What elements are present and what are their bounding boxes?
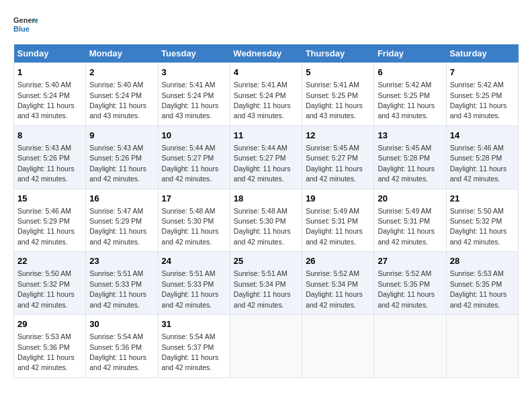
day-number: 18	[234, 193, 298, 205]
day-info: Sunrise: 5:50 AMSunset: 5:32 PMDaylight:…	[17, 269, 75, 308]
column-header-tuesday: Tuesday	[158, 44, 230, 63]
day-number: 11	[234, 130, 298, 142]
day-info: Sunrise: 5:53 AMSunset: 5:35 PMDaylight:…	[450, 269, 507, 308]
day-cell: 16 Sunrise: 5:47 AMSunset: 5:29 PMDaylig…	[86, 189, 158, 252]
day-cell: 9 Sunrise: 5:43 AMSunset: 5:26 PMDayligh…	[86, 126, 158, 189]
day-number: 26	[306, 255, 370, 267]
day-cell	[230, 315, 302, 378]
page-header: General Blue	[13, 13, 519, 38]
day-number: 1	[17, 66, 82, 79]
day-number: 16	[89, 193, 154, 205]
day-number: 25	[234, 255, 298, 267]
week-row-2: 8 Sunrise: 5:43 AMSunset: 5:26 PMDayligh…	[14, 126, 519, 189]
day-info: Sunrise: 5:51 AMSunset: 5:33 PMDaylight:…	[89, 269, 146, 308]
logo: General Blue	[13, 13, 38, 38]
day-info: Sunrise: 5:41 AMSunset: 5:24 PMDaylight:…	[162, 81, 219, 120]
day-info: Sunrise: 5:50 AMSunset: 5:32 PMDaylight:…	[450, 207, 507, 246]
calendar-table: SundayMondayTuesdayWednesdayThursdayFrid…	[13, 44, 519, 378]
day-info: Sunrise: 5:47 AMSunset: 5:29 PMDaylight:…	[89, 207, 146, 246]
day-number: 9	[89, 130, 154, 142]
day-cell: 13 Sunrise: 5:45 AMSunset: 5:28 PMDaylig…	[374, 126, 446, 189]
day-cell: 4 Sunrise: 5:41 AMSunset: 5:24 PMDayligh…	[230, 63, 302, 126]
day-info: Sunrise: 5:54 AMSunset: 5:37 PMDaylight:…	[162, 332, 219, 371]
day-info: Sunrise: 5:51 AMSunset: 5:34 PMDaylight:…	[234, 269, 291, 308]
day-number: 3	[162, 66, 226, 79]
day-number: 10	[162, 130, 226, 142]
column-header-saturday: Saturday	[446, 44, 518, 63]
day-number: 28	[450, 255, 515, 267]
day-info: Sunrise: 5:42 AMSunset: 5:25 PMDaylight:…	[378, 81, 435, 120]
day-info: Sunrise: 5:51 AMSunset: 5:33 PMDaylight:…	[162, 269, 219, 308]
day-number: 6	[378, 66, 442, 79]
day-cell: 6 Sunrise: 5:42 AMSunset: 5:25 PMDayligh…	[374, 63, 446, 126]
day-number: 22	[17, 255, 82, 267]
day-info: Sunrise: 5:48 AMSunset: 5:30 PMDaylight:…	[234, 207, 291, 246]
day-number: 17	[162, 193, 226, 205]
column-header-wednesday: Wednesday	[230, 44, 302, 63]
day-info: Sunrise: 5:46 AMSunset: 5:29 PMDaylight:…	[17, 207, 75, 246]
day-number: 15	[17, 193, 82, 205]
day-info: Sunrise: 5:41 AMSunset: 5:24 PMDaylight:…	[234, 81, 291, 120]
day-cell: 19 Sunrise: 5:49 AMSunset: 5:31 PMDaylig…	[302, 189, 374, 252]
day-cell: 28 Sunrise: 5:53 AMSunset: 5:35 PMDaylig…	[446, 252, 518, 315]
day-number: 4	[234, 66, 298, 79]
day-cell: 24 Sunrise: 5:51 AMSunset: 5:33 PMDaylig…	[158, 252, 230, 315]
day-cell: 25 Sunrise: 5:51 AMSunset: 5:34 PMDaylig…	[230, 252, 302, 315]
day-cell: 11 Sunrise: 5:44 AMSunset: 5:27 PMDaylig…	[230, 126, 302, 189]
week-row-5: 29 Sunrise: 5:53 AMSunset: 5:36 PMDaylig…	[14, 315, 519, 378]
page-container: General Blue SundayMondayTuesdayWednesda…	[13, 13, 519, 378]
day-info: Sunrise: 5:43 AMSunset: 5:26 PMDaylight:…	[89, 144, 146, 183]
day-info: Sunrise: 5:52 AMSunset: 5:35 PMDaylight:…	[378, 269, 435, 308]
day-info: Sunrise: 5:43 AMSunset: 5:26 PMDaylight:…	[17, 144, 75, 183]
column-header-friday: Friday	[374, 44, 446, 63]
day-number: 31	[162, 318, 226, 330]
day-cell: 29 Sunrise: 5:53 AMSunset: 5:36 PMDaylig…	[14, 315, 86, 378]
day-cell: 23 Sunrise: 5:51 AMSunset: 5:33 PMDaylig…	[86, 252, 158, 315]
day-cell	[374, 315, 446, 378]
column-header-sunday: Sunday	[14, 44, 86, 63]
week-row-3: 15 Sunrise: 5:46 AMSunset: 5:29 PMDaylig…	[14, 189, 519, 252]
day-number: 5	[306, 66, 370, 79]
day-info: Sunrise: 5:53 AMSunset: 5:36 PMDaylight:…	[17, 332, 75, 371]
logo-svg: General Blue	[13, 13, 38, 38]
day-cell: 27 Sunrise: 5:52 AMSunset: 5:35 PMDaylig…	[374, 252, 446, 315]
day-number: 13	[378, 130, 442, 142]
svg-text:Blue: Blue	[13, 25, 30, 33]
day-number: 12	[306, 130, 370, 142]
day-cell: 10 Sunrise: 5:44 AMSunset: 5:27 PMDaylig…	[158, 126, 230, 189]
day-cell	[302, 315, 374, 378]
day-cell: 21 Sunrise: 5:50 AMSunset: 5:32 PMDaylig…	[446, 189, 518, 252]
day-number: 21	[450, 193, 515, 205]
day-number: 27	[378, 255, 442, 267]
day-cell: 15 Sunrise: 5:46 AMSunset: 5:29 PMDaylig…	[14, 189, 86, 252]
day-info: Sunrise: 5:45 AMSunset: 5:27 PMDaylight:…	[306, 144, 363, 183]
day-number: 20	[378, 193, 442, 205]
day-cell: 31 Sunrise: 5:54 AMSunset: 5:37 PMDaylig…	[158, 315, 230, 378]
day-cell: 22 Sunrise: 5:50 AMSunset: 5:32 PMDaylig…	[14, 252, 86, 315]
day-cell: 14 Sunrise: 5:46 AMSunset: 5:28 PMDaylig…	[446, 126, 518, 189]
day-cell: 1 Sunrise: 5:40 AMSunset: 5:24 PMDayligh…	[14, 63, 86, 126]
day-number: 14	[450, 130, 515, 142]
day-info: Sunrise: 5:54 AMSunset: 5:36 PMDaylight:…	[89, 332, 146, 371]
day-number: 8	[17, 130, 82, 142]
day-number: 23	[89, 255, 154, 267]
day-cell: 7 Sunrise: 5:42 AMSunset: 5:25 PMDayligh…	[446, 63, 518, 126]
day-number: 29	[17, 318, 82, 330]
day-number: 19	[306, 193, 370, 205]
day-cell: 12 Sunrise: 5:45 AMSunset: 5:27 PMDaylig…	[302, 126, 374, 189]
day-info: Sunrise: 5:42 AMSunset: 5:25 PMDaylight:…	[450, 81, 507, 120]
column-header-monday: Monday	[86, 44, 158, 63]
day-cell: 18 Sunrise: 5:48 AMSunset: 5:30 PMDaylig…	[230, 189, 302, 252]
day-cell: 17 Sunrise: 5:48 AMSunset: 5:30 PMDaylig…	[158, 189, 230, 252]
day-cell	[446, 315, 518, 378]
day-info: Sunrise: 5:44 AMSunset: 5:27 PMDaylight:…	[162, 144, 219, 183]
day-cell: 2 Sunrise: 5:40 AMSunset: 5:24 PMDayligh…	[86, 63, 158, 126]
day-cell: 20 Sunrise: 5:49 AMSunset: 5:31 PMDaylig…	[374, 189, 446, 252]
day-info: Sunrise: 5:49 AMSunset: 5:31 PMDaylight:…	[306, 207, 363, 246]
day-info: Sunrise: 5:49 AMSunset: 5:31 PMDaylight:…	[378, 207, 435, 246]
day-cell: 8 Sunrise: 5:43 AMSunset: 5:26 PMDayligh…	[14, 126, 86, 189]
day-cell: 26 Sunrise: 5:52 AMSunset: 5:34 PMDaylig…	[302, 252, 374, 315]
day-number: 24	[162, 255, 226, 267]
day-info: Sunrise: 5:48 AMSunset: 5:30 PMDaylight:…	[162, 207, 219, 246]
day-info: Sunrise: 5:45 AMSunset: 5:28 PMDaylight:…	[378, 144, 435, 183]
